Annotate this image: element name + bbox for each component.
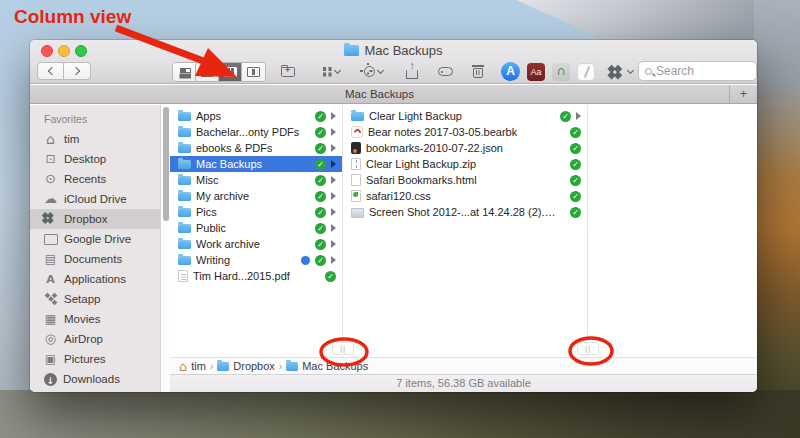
sidebar-item-tim[interactable]: tim [30, 129, 170, 149]
sidebar-item-dropbox[interactable]: Dropbox [30, 209, 170, 229]
finder-window: Mac Backups A Aa ∩ [30, 40, 757, 392]
app-store-toolbar-item[interactable]: A [501, 62, 520, 81]
file-row-bookmarks-2010-07-22-json[interactable]: bookmarks-2010-07-22.json [343, 140, 587, 156]
tab-mac-backups[interactable]: Mac Backups [30, 85, 729, 103]
sidebar-item-desktop[interactable]: Desktop [30, 149, 170, 169]
file-row-misc[interactable]: Misc [170, 172, 342, 188]
pen-app-icon [577, 63, 595, 81]
dropbox-icon [43, 212, 58, 226]
sidebar-item-google-drive[interactable]: Google Drive [30, 229, 170, 249]
new-folder-button[interactable] [276, 62, 300, 81]
sidebar-item-pictures[interactable]: Pictures [30, 349, 170, 369]
column-resize-handle-1[interactable]: || [332, 342, 354, 355]
file-row-pics[interactable]: Pics [170, 204, 342, 220]
file-row-my-archive[interactable]: My archive [170, 188, 342, 204]
synced-check-icon [570, 159, 581, 170]
disclosure-arrow-icon [331, 240, 336, 248]
file-name: Screen Shot 2012-...at 14.24.28 (2).png [369, 206, 560, 218]
file-row-ebooks-pdfs[interactable]: ebooks & PDFs [170, 140, 342, 156]
list-view-button[interactable] [196, 63, 219, 81]
path-item-dropbox[interactable]: Dropbox [217, 360, 275, 372]
new-tab-button[interactable]: + [729, 85, 757, 103]
finder-column-3 [588, 105, 757, 357]
sidebar-item-label: AirDrop [64, 333, 103, 345]
sidebar-item-label: Movies [64, 313, 100, 325]
list-view-icon [201, 68, 213, 77]
file-row-safari120-css[interactable]: safari120.css [343, 188, 587, 204]
coverflow-view-button[interactable] [242, 63, 265, 81]
column-view-button[interactable] [219, 63, 242, 81]
folder-icon [178, 240, 191, 250]
window-title-text: Mac Backups [364, 43, 442, 58]
sidebar-scrollbar-thumb[interactable] [163, 107, 169, 221]
folder-icon [178, 128, 191, 138]
icon-view-button[interactable] [173, 63, 196, 81]
file-row-screen-shot-2012-at-14-24-28-2-png[interactable]: Screen Shot 2012-...at 14.24.28 (2).png [343, 204, 587, 220]
file-row-clear-light-backup-zip[interactable]: Clear Light Backup.zip [343, 156, 587, 172]
sidebar-item-recents[interactable]: Recents [30, 169, 170, 189]
folder-icon [351, 112, 364, 122]
search-field[interactable] [638, 61, 757, 81]
navigation-buttons [37, 62, 91, 80]
file-name: safari120.css [366, 190, 431, 202]
sidebar-item-label: Recents [64, 173, 106, 185]
file-name: Writing [196, 254, 230, 266]
icon-view-icon [180, 68, 189, 77]
file-row-clear-light-backup[interactable]: Clear Light Backup [343, 108, 587, 124]
folder-icon [178, 192, 191, 202]
disclosure-arrow-icon [331, 176, 336, 184]
file-row-writing[interactable]: Writing [170, 252, 342, 268]
file-name: Clear Light Backup [369, 110, 462, 122]
file-row-bear-notes-2017-03-05-bearbk[interactable]: Bear notes 2017-03-05.bearbk [343, 124, 587, 140]
path-item-mac-backups[interactable]: Mac Backups [286, 360, 368, 372]
back-button[interactable] [37, 62, 64, 80]
sidebar-header: Favorites [44, 113, 170, 125]
sidebar-scrollbar[interactable] [160, 105, 170, 392]
sidebar-item-documents[interactable]: Documents [30, 249, 170, 269]
synced-check-icon [570, 175, 581, 186]
forward-button[interactable] [64, 62, 91, 80]
synced-check-icon [315, 175, 326, 186]
disclosure-arrow-icon [331, 144, 336, 152]
search-input[interactable] [656, 64, 750, 78]
delete-button[interactable] [466, 62, 490, 81]
sidebar-item-applications[interactable]: Applications [30, 269, 170, 289]
sidebar-item-downloads[interactable]: Downloads [30, 369, 170, 389]
sidebar-item-icloud-drive[interactable]: iCloud Drive [30, 189, 170, 209]
file-row-apps[interactable]: Apps [170, 108, 342, 124]
new-folder-icon [281, 67, 295, 77]
column-view-icon [224, 67, 237, 77]
path-item-label: Dropbox [233, 360, 275, 372]
file-icon-pdf [178, 270, 188, 282]
action-menu-button[interactable] [356, 62, 390, 81]
file-row-bachelar-onty-pdfs[interactable]: Bachelar...onty PDFs [170, 124, 342, 140]
titlebar[interactable]: Mac Backups A Aa ∩ [30, 40, 757, 84]
file-row-mac-backups[interactable]: Mac Backups [170, 156, 342, 172]
disclosure-arrow-icon [331, 192, 336, 200]
column-browser: AppsBachelar...onty PDFsebooks & PDFsMac… [170, 105, 757, 357]
path-item-tim[interactable]: ⌂tim [179, 360, 206, 373]
arch-app-toolbar-item[interactable]: ∩ [552, 62, 570, 81]
sidebar: Favorites timDesktopRecentsiCloud DriveD… [30, 105, 170, 392]
wallpaper-mountain-right [754, 0, 800, 438]
file-row-public[interactable]: Public [170, 220, 342, 236]
file-row-work-archive[interactable]: Work archive [170, 236, 342, 252]
synced-check-icon [570, 127, 581, 138]
sidebar-item-setapp[interactable]: Setapp [30, 289, 170, 309]
writer-app-toolbar-item[interactable] [577, 62, 595, 81]
file-icon-zip [351, 158, 361, 170]
file-name: bookmarks-2010-07-22.json [366, 142, 503, 154]
dictionary-toolbar-item[interactable]: Aa [527, 62, 545, 81]
share-button[interactable] [400, 62, 424, 81]
disclosure-arrow-icon [331, 160, 336, 168]
sidebar-item-movies[interactable]: Movies [30, 309, 170, 329]
chevron-down-icon [376, 67, 383, 74]
path-item-label: tim [191, 360, 206, 372]
dropbox-menu-button[interactable] [606, 62, 640, 81]
group-by-button[interactable] [314, 62, 348, 81]
sidebar-item-airdrop[interactable]: AirDrop [30, 329, 170, 349]
file-row-tim-hard-2015-pdf[interactable]: Tim Hard...2015.pdf [170, 268, 342, 284]
column-resize-handle-2[interactable]: || [577, 342, 599, 355]
file-row-safari-bookmarks-html[interactable]: Safari Bookmarks.html [343, 172, 587, 188]
tag-button[interactable] [432, 62, 458, 81]
